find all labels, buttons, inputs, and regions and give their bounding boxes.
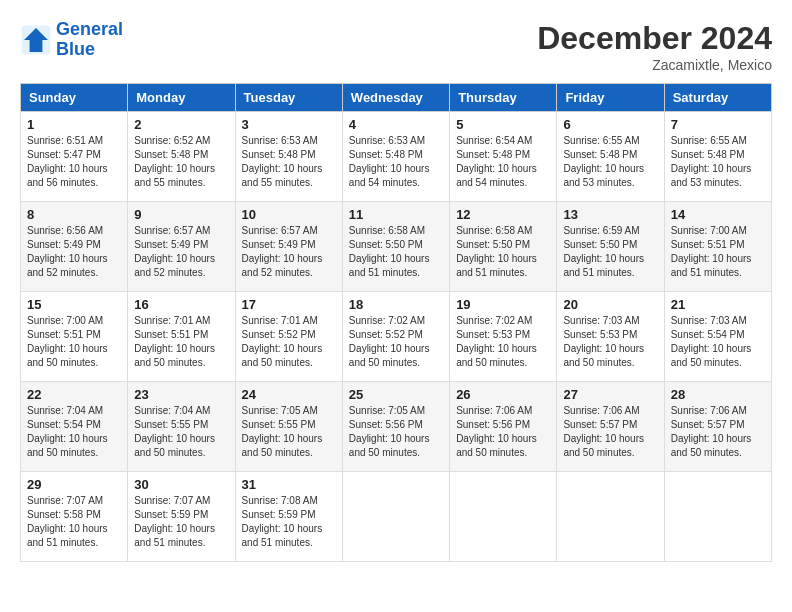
day-number: 15 [27,297,121,312]
calendar-table: SundayMondayTuesdayWednesdayThursdayFrid… [20,83,772,562]
day-info: Sunrise: 7:04 AM Sunset: 5:54 PM Dayligh… [27,404,121,460]
calendar-cell: 26 Sunrise: 7:06 AM Sunset: 5:56 PM Dayl… [450,382,557,472]
calendar-cell: 15 Sunrise: 7:00 AM Sunset: 5:51 PM Dayl… [21,292,128,382]
day-number: 10 [242,207,336,222]
day-number: 7 [671,117,765,132]
calendar-cell: 13 Sunrise: 6:59 AM Sunset: 5:50 PM Dayl… [557,202,664,292]
calendar-cell: 3 Sunrise: 6:53 AM Sunset: 5:48 PM Dayli… [235,112,342,202]
header: General Blue December 2024 Zacamixtle, M… [20,20,772,73]
day-info: Sunrise: 7:06 AM Sunset: 5:57 PM Dayligh… [671,404,765,460]
calendar-cell: 17 Sunrise: 7:01 AM Sunset: 5:52 PM Dayl… [235,292,342,382]
logo: General Blue [20,20,123,60]
day-number: 16 [134,297,228,312]
calendar-cell [557,472,664,562]
calendar-week-row: 1 Sunrise: 6:51 AM Sunset: 5:47 PM Dayli… [21,112,772,202]
day-number: 14 [671,207,765,222]
calendar-week-row: 29 Sunrise: 7:07 AM Sunset: 5:58 PM Dayl… [21,472,772,562]
calendar-cell: 5 Sunrise: 6:54 AM Sunset: 5:48 PM Dayli… [450,112,557,202]
calendar-header-row: SundayMondayTuesdayWednesdayThursdayFrid… [21,84,772,112]
calendar-cell: 11 Sunrise: 6:58 AM Sunset: 5:50 PM Dayl… [342,202,449,292]
day-number: 29 [27,477,121,492]
day-info: Sunrise: 6:58 AM Sunset: 5:50 PM Dayligh… [349,224,443,280]
day-number: 27 [563,387,657,402]
day-info: Sunrise: 6:53 AM Sunset: 5:48 PM Dayligh… [242,134,336,190]
day-number: 26 [456,387,550,402]
day-number: 25 [349,387,443,402]
day-info: Sunrise: 7:01 AM Sunset: 5:51 PM Dayligh… [134,314,228,370]
day-info: Sunrise: 6:58 AM Sunset: 5:50 PM Dayligh… [456,224,550,280]
day-info: Sunrise: 7:00 AM Sunset: 5:51 PM Dayligh… [671,224,765,280]
title-area: December 2024 Zacamixtle, Mexico [537,20,772,73]
day-info: Sunrise: 7:06 AM Sunset: 5:56 PM Dayligh… [456,404,550,460]
day-info: Sunrise: 6:56 AM Sunset: 5:49 PM Dayligh… [27,224,121,280]
calendar-cell: 30 Sunrise: 7:07 AM Sunset: 5:59 PM Dayl… [128,472,235,562]
day-info: Sunrise: 7:07 AM Sunset: 5:58 PM Dayligh… [27,494,121,550]
calendar-cell: 20 Sunrise: 7:03 AM Sunset: 5:53 PM Dayl… [557,292,664,382]
calendar-cell: 29 Sunrise: 7:07 AM Sunset: 5:58 PM Dayl… [21,472,128,562]
logo-line1: General [56,19,123,39]
day-info: Sunrise: 7:03 AM Sunset: 5:53 PM Dayligh… [563,314,657,370]
day-info: Sunrise: 7:01 AM Sunset: 5:52 PM Dayligh… [242,314,336,370]
calendar-cell: 21 Sunrise: 7:03 AM Sunset: 5:54 PM Dayl… [664,292,771,382]
day-number: 30 [134,477,228,492]
day-info: Sunrise: 6:59 AM Sunset: 5:50 PM Dayligh… [563,224,657,280]
day-number: 11 [349,207,443,222]
calendar-cell: 16 Sunrise: 7:01 AM Sunset: 5:51 PM Dayl… [128,292,235,382]
day-number: 21 [671,297,765,312]
calendar-cell: 10 Sunrise: 6:57 AM Sunset: 5:49 PM Dayl… [235,202,342,292]
day-number: 17 [242,297,336,312]
calendar-cell: 19 Sunrise: 7:02 AM Sunset: 5:53 PM Dayl… [450,292,557,382]
day-number: 3 [242,117,336,132]
calendar-week-row: 15 Sunrise: 7:00 AM Sunset: 5:51 PM Dayl… [21,292,772,382]
day-info: Sunrise: 7:05 AM Sunset: 5:55 PM Dayligh… [242,404,336,460]
calendar-cell: 27 Sunrise: 7:06 AM Sunset: 5:57 PM Dayl… [557,382,664,472]
day-info: Sunrise: 7:00 AM Sunset: 5:51 PM Dayligh… [27,314,121,370]
location-title: Zacamixtle, Mexico [537,57,772,73]
calendar-cell: 14 Sunrise: 7:00 AM Sunset: 5:51 PM Dayl… [664,202,771,292]
calendar-cell: 12 Sunrise: 6:58 AM Sunset: 5:50 PM Dayl… [450,202,557,292]
calendar-week-row: 22 Sunrise: 7:04 AM Sunset: 5:54 PM Dayl… [21,382,772,472]
calendar-cell: 23 Sunrise: 7:04 AM Sunset: 5:55 PM Dayl… [128,382,235,472]
logo-icon [20,24,52,56]
calendar-cell: 8 Sunrise: 6:56 AM Sunset: 5:49 PM Dayli… [21,202,128,292]
day-info: Sunrise: 7:08 AM Sunset: 5:59 PM Dayligh… [242,494,336,550]
day-info: Sunrise: 6:57 AM Sunset: 5:49 PM Dayligh… [242,224,336,280]
day-number: 24 [242,387,336,402]
day-info: Sunrise: 6:52 AM Sunset: 5:48 PM Dayligh… [134,134,228,190]
calendar-cell [342,472,449,562]
day-info: Sunrise: 6:53 AM Sunset: 5:48 PM Dayligh… [349,134,443,190]
day-number: 22 [27,387,121,402]
day-number: 12 [456,207,550,222]
day-number: 9 [134,207,228,222]
calendar-cell: 31 Sunrise: 7:08 AM Sunset: 5:59 PM Dayl… [235,472,342,562]
calendar-cell: 18 Sunrise: 7:02 AM Sunset: 5:52 PM Dayl… [342,292,449,382]
weekday-header: Sunday [21,84,128,112]
day-number: 23 [134,387,228,402]
day-number: 13 [563,207,657,222]
day-number: 19 [456,297,550,312]
day-info: Sunrise: 7:02 AM Sunset: 5:52 PM Dayligh… [349,314,443,370]
weekday-header: Monday [128,84,235,112]
weekday-header: Friday [557,84,664,112]
day-info: Sunrise: 6:57 AM Sunset: 5:49 PM Dayligh… [134,224,228,280]
weekday-header: Tuesday [235,84,342,112]
logo-line2: Blue [56,39,95,59]
calendar-body: 1 Sunrise: 6:51 AM Sunset: 5:47 PM Dayli… [21,112,772,562]
day-number: 2 [134,117,228,132]
calendar-cell: 2 Sunrise: 6:52 AM Sunset: 5:48 PM Dayli… [128,112,235,202]
day-info: Sunrise: 7:05 AM Sunset: 5:56 PM Dayligh… [349,404,443,460]
day-number: 1 [27,117,121,132]
day-number: 4 [349,117,443,132]
day-number: 28 [671,387,765,402]
day-info: Sunrise: 6:54 AM Sunset: 5:48 PM Dayligh… [456,134,550,190]
day-number: 20 [563,297,657,312]
svg-rect-2 [32,40,40,52]
logo-text: General Blue [56,20,123,60]
weekday-header: Wednesday [342,84,449,112]
calendar-cell: 22 Sunrise: 7:04 AM Sunset: 5:54 PM Dayl… [21,382,128,472]
calendar-cell: 9 Sunrise: 6:57 AM Sunset: 5:49 PM Dayli… [128,202,235,292]
day-info: Sunrise: 7:04 AM Sunset: 5:55 PM Dayligh… [134,404,228,460]
day-info: Sunrise: 7:06 AM Sunset: 5:57 PM Dayligh… [563,404,657,460]
weekday-header: Thursday [450,84,557,112]
day-info: Sunrise: 6:51 AM Sunset: 5:47 PM Dayligh… [27,134,121,190]
